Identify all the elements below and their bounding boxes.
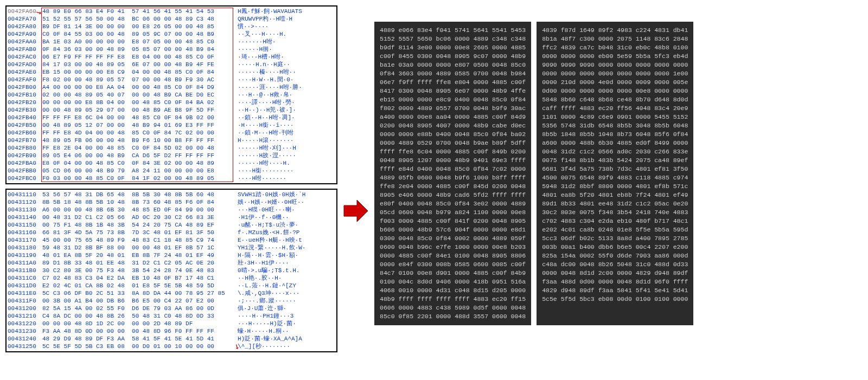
bytes-cell: F0 03 00 00 48 85 C0 0F 84 1F 02 00 00 4…	[42, 175, 238, 182]
ascii-cell: ···H獏·0H旺···喇·	[238, 206, 335, 214]
address-cell: 004311B0	[8, 267, 42, 274]
address-cell: 0042FAC0	[8, 53, 42, 61]
ascii-cell: ·;···.鄉.蹤······	[238, 297, 335, 305]
bytes-cell: F8 02 00 00 48 89 05 57 07 00 00 48 B9 F…	[42, 76, 238, 83]
address-cell: 00431210	[8, 312, 42, 320]
hex-row: 0042FB80FF E8 2E 04 00 00 48 85 C0 0F 84…	[8, 144, 335, 152]
hex-row: 0042FAF0F8 02 00 00 48 89 05 57 07 00 00…	[8, 76, 335, 83]
hex-row: 0043120082 5A 15 4A 00 02 55 F0 D6 DE 79…	[8, 305, 335, 312]
ascii-cell: QRUWVPP杓··H噎·H	[238, 15, 335, 23]
address-cell: 0042FBB0	[8, 167, 42, 175]
hex-row: 0042FBC0F0 03 00 00 48 85 C0 0F 84 1F 02…	[8, 175, 335, 182]
address-cell: 0042FB00	[8, 83, 42, 91]
ascii-cell: ·u酩··H;T$·u渋·夢·	[238, 221, 335, 229]
ascii-cell: ·H····H銜··i····	[238, 121, 335, 129]
address-cell: 0042FAD0	[8, 61, 42, 68]
ascii-cell: 慣··>····	[238, 23, 335, 30]
address-cell: 00431160	[8, 229, 42, 236]
bytes-cell: 48 89 05 FB 06 00 00 48 B9 F6 10 00 B8 F…	[42, 137, 238, 144]
bytes-cell: 5C C3 06 DF B0 2C 51 33 8A 8D DA 44 00 7…	[42, 289, 238, 297]
bytes-cell: 5C 5E 5F 5D 5B C3 EB 08 00 D0 01 00 10 0…	[42, 343, 238, 350]
hex-row: 0042FB00A4 00 00 00 00 E8 AA 04 00 00 48…	[8, 83, 335, 91]
hex-row: 0043119048 01 EA 8B 5F 20 48 01 EB 8B 7F…	[8, 252, 335, 259]
bytes-cell: 66 81 3F 4D 5A 75 73 8B 7D 3C 48 01 EF 8…	[42, 229, 238, 236]
hex-row: 004311A089 D1 8B 33 48 01 EE 48 31 D2 C1…	[8, 259, 335, 267]
ascii-cell: ···H··@··H救·帛·	[238, 91, 335, 99]
hex-row: 0042FAE0EB 15 00 00 00 00 E8 C9 04 00 00…	[8, 68, 335, 76]
bytes-cell: EB 15 00 00 00 00 E8 C9 04 00 00 48 85 C…	[42, 68, 238, 76]
hex-row: 0042FB40FF FF FF E8 6C 04 00 00 48 85 C0…	[8, 114, 335, 121]
bytes-cell: 00 00 00 00 E8 8B 04 00 00 48 85 C0 0F 8…	[42, 99, 238, 106]
address-cell: 004311A0	[8, 259, 42, 267]
hex-row: 004311C0C7 02 48 83 C3 04 E2 DA EB 10 48…	[8, 274, 335, 282]
bytes-cell: 51 52 55 57 56 50 00 48 BC 06 00 00 48 8…	[42, 15, 238, 23]
address-cell: 004311C0	[8, 274, 42, 282]
ascii-cell: ··鎖·M···H咐·刊咐	[238, 129, 335, 137]
ascii-cell: ······H徊·	[238, 46, 335, 53]
hex-row: 0042FB5000 48 89 05 12 07 00 00 48 B9 94…	[8, 121, 335, 129]
address-cell: 0042FAF0	[8, 76, 42, 83]
hex-row: 0042FAA0BA 1E 03 A0 00 00 00 00 E8 07 05…	[8, 38, 335, 46]
hex-row: 0042FB2000 00 00 00 E8 8B 04 00 00 48 85…	[8, 99, 335, 106]
bytes-cell: C7 02 48 83 C3 04 E2 DA EB 10 48 0F B7 1…	[42, 274, 238, 282]
ascii-cell: ····H·W··H.閏·0·	[238, 76, 335, 83]
address-cell: 00431200	[8, 305, 42, 312]
address-cell: 00431220	[8, 320, 42, 327]
bytes-cell: FF FF FF E8 6C 04 00 00 48 85 C0 0F 84 9…	[42, 114, 238, 121]
hex-dump-top: ↘ 0042FA6048 89 E0 66 83 E4 F0 41 57 41 …	[5, 5, 337, 184]
hex-row: 004311208B 5B 18 48 8B 5B 10 48 8B 73 60…	[8, 198, 335, 206]
ascii-cell: 娛··H娛··H婿··0H旺··	[238, 198, 335, 206]
address-cell: 00431230	[8, 327, 42, 335]
bytes-cell: FF E8 2E 04 00 00 48 85 C0 0F 84 5D 02 0…	[42, 144, 238, 152]
bytes-cell: 89 D1 8B 33 48 01 EE 48 31 D2 C1 C2 05 A…	[42, 259, 238, 267]
ascii-cell: ··H··)··H兕·祓·]·	[238, 106, 335, 114]
hex-dump-bottom: ↘ 0043111053 56 57 48 31 DB 65 48 8B 5B …	[5, 189, 337, 352]
bytes-cell: 48 29 D9 48 89 DF F3 AA 58 41 5F 41 5E 4…	[42, 335, 238, 343]
ascii-cell: ·琦···H槽·H咐·	[238, 53, 335, 61]
ascii-cell: SVWH1踏·0H娛·0H娛·`H	[238, 191, 335, 198]
bytes-cell: 84 17 03 00 00 48 89 05 6E 07 00 00 48 B…	[42, 61, 238, 68]
hex-row: 00431130A6 00 00 00 48 8B 6B 30 48 85 ED…	[8, 206, 335, 214]
ascii-cell: ·······H咐·	[238, 38, 335, 46]
ascii-cell: ···H····-H)貶·菌·	[238, 320, 335, 327]
bytes-cell: 00 00 00 48 8D 1D 2C 00 00 00 2D 48 89 D…	[42, 320, 238, 327]
address-cell: 00431180	[8, 244, 42, 252]
address-cell: 00431130	[8, 206, 42, 214]
bytes-cell: 48 89 E0 66 83 E4 F0 41 57 41 56 41 55 4…	[42, 8, 238, 15]
address-cell: 0042FB30	[8, 106, 42, 114]
ascii-cell: ······H咐····H.	[238, 159, 335, 167]
svg-marker-0	[344, 200, 368, 222]
bytes-cell: 06 E7 F9 FF FF FF FF E8 E8 04 00 00 48 8…	[42, 53, 238, 61]
bytes-cell: 48 01 EA 8B 5F 20 48 01 EB 8B 7F 24 48 0…	[42, 252, 238, 259]
address-cell: 00431170	[8, 236, 42, 244]
bytes-cell: E2 02 4C 01 CA 8B 02 48 01 E8 5F 5E 5B 4…	[42, 282, 238, 289]
address-cell: 00431190	[8, 252, 42, 259]
bytes-cell: 59 48 31 D2 8B BF 88 00 00 00 48 01 EF 8…	[42, 244, 238, 252]
hex-row: 0042FB60FF FF E8 4D 04 00 00 48 85 C0 0F…	[8, 129, 335, 137]
address-cell: 0042FBA0	[8, 159, 42, 167]
address-cell: 0042FAE0	[8, 68, 42, 76]
hex-row: 00431210C4 8A DC 00 00 48 8B 26 50 48 31…	[8, 312, 335, 320]
ascii-cell: E··ueH矜·H艇··H映·t	[238, 236, 335, 244]
ascii-cell: ····H銜·········	[238, 167, 335, 175]
hex-row: 0042FAB00F 84 36 03 00 00 48 89 05 85 07…	[8, 46, 335, 53]
output-column: 4889 e066 83e4 f041 5741 5641 5541 5453 …	[374, 22, 693, 325]
address-cell: 00431240	[8, 335, 42, 343]
address-cell: 0042FB70	[8, 137, 42, 144]
hex-row: 0042FB3000 00 48 89 05 29 07 00 00 48 B9…	[8, 106, 335, 114]
bytes-cell: 00 3B 00 A1 B4 00 DB B6 B6 E5 00 C4 22 0…	[42, 297, 238, 305]
hex-row: 0042FAD084 17 03 00 00 48 89 05 6E 07 00…	[8, 61, 335, 68]
address-cell: 00431120	[8, 198, 42, 206]
address-cell: 0042FB50	[8, 121, 42, 129]
ascii-cell: 0晴·>.u騙·;T$.t.H.	[238, 267, 335, 274]
bytes-cell: 02 00 00 48 89 05 40 07 00 00 48 B9 CA B…	[42, 91, 238, 99]
ascii-cell: H·····H滾·······	[238, 137, 335, 144]
hex-row: 0043124048 29 D9 48 89 DF F3 AA 58 41 5F…	[8, 335, 335, 343]
bytes-cell: 00 48 89 05 12 07 00 00 48 B9 94 01 69 E…	[42, 121, 238, 129]
ascii-cell: ······H故·涅·····	[238, 152, 335, 159]
address-cell: 0042FAA0	[8, 38, 42, 46]
ascii-cell: YH1況·繋·····H.飲·W·	[238, 244, 335, 252]
ascii-cell: f·.MZus娩·<H.餅·?P	[238, 229, 335, 236]
bytes-cell: A4 00 00 00 00 E8 AA 04 00 00 48 85 C0 0…	[42, 83, 238, 91]
ascii-cell: H鳳·f穌·飼·WAVAUATS	[238, 8, 335, 15]
